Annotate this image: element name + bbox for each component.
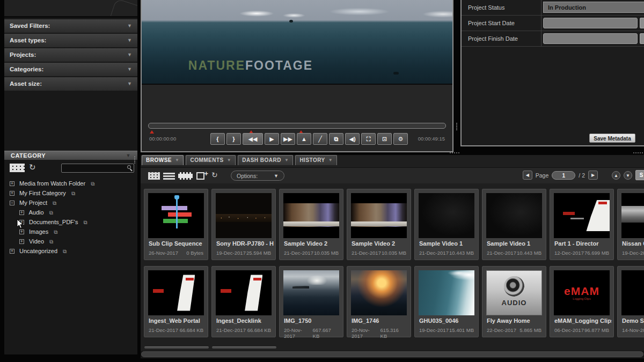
next-page-button[interactable]: ▶ bbox=[588, 171, 598, 180]
tree-item-my-project[interactable]: − My Project ⧉ bbox=[10, 198, 136, 208]
asset-thumbnail[interactable]: AUDIO bbox=[486, 270, 542, 315]
asset-card[interactable]: Sample Video 2 21-Dec-2017 10.035 MB bbox=[279, 189, 343, 260]
scroll-up-button[interactable]: ▲ bbox=[612, 171, 620, 180]
asset-thumbnail[interactable] bbox=[216, 193, 272, 238]
filmstrip-view-icon[interactable] bbox=[178, 172, 193, 180]
asset-thumbnail[interactable]: eMAMLogging Clips bbox=[554, 270, 610, 315]
list-view-icon[interactable] bbox=[163, 172, 175, 180]
project-start-date-input[interactable] bbox=[543, 18, 638, 28]
tree-item-audio[interactable]: + Audio ⧉ bbox=[10, 208, 136, 217]
sort-button-clipped[interactable]: S bbox=[635, 170, 644, 180]
play-button[interactable]: ▶ bbox=[265, 133, 279, 145]
asset-thumbnail[interactable] bbox=[283, 270, 339, 315]
splitter-handle[interactable] bbox=[633, 152, 643, 153]
copy-icon[interactable]: ⧉ bbox=[49, 210, 53, 216]
tab-dash-board[interactable]: DASH BOARD ▼ bbox=[238, 155, 293, 165]
asset-thumbnail[interactable] bbox=[419, 270, 474, 315]
asset-card[interactable]: Sample Video 1 21-Dec-2017 10.443 MB bbox=[482, 189, 546, 260]
scrollbar-thumb[interactable] bbox=[141, 351, 643, 357]
asset-card[interactable]: Part 1 - Director 12-Dec-2017 76.699 MB bbox=[550, 189, 614, 260]
export-frame-button[interactable]: ⧉ bbox=[329, 133, 343, 145]
picture-in-picture-button[interactable]: ⊡ bbox=[377, 133, 392, 145]
splitter-handle[interactable] bbox=[456, 122, 457, 131]
tree-item-video[interactable]: + Video ⧉ bbox=[10, 237, 136, 246]
horizontal-scrollbar[interactable] bbox=[141, 351, 644, 358]
expand-icon[interactable]: + bbox=[10, 249, 14, 254]
asset-thumbnail[interactable] bbox=[216, 270, 272, 315]
asset-thumbnail[interactable] bbox=[554, 193, 610, 238]
copy-icon[interactable]: ⧉ bbox=[49, 239, 53, 245]
asset-card[interactable]: IMG_1750 20-Nov-2017 667.667 KB bbox=[279, 266, 343, 337]
filter-asset-types[interactable]: Asset types: ▼ bbox=[4, 34, 137, 47]
page-number-input[interactable]: 1 bbox=[552, 171, 575, 180]
tab-browse[interactable]: BROWSE ▼ bbox=[142, 155, 184, 165]
tree-item-my-first-category[interactable]: + My First Category ⧉ bbox=[10, 188, 136, 198]
filter-categories[interactable]: Categories: ▼ bbox=[4, 63, 137, 76]
collapse-icon[interactable]: − bbox=[10, 201, 14, 205]
asset-thumbnail[interactable] bbox=[283, 193, 339, 238]
sidebar-resize-handle[interactable] bbox=[134, 156, 135, 164]
tab-history[interactable]: HISTORY ▼ bbox=[295, 155, 337, 165]
copy-icon[interactable]: ⧉ bbox=[54, 229, 57, 235]
asset-thumbnail[interactable] bbox=[486, 193, 542, 238]
options-dropdown[interactable]: Options: ▼ bbox=[231, 171, 284, 181]
scroll-down-button[interactable]: ▼ bbox=[624, 171, 632, 180]
asset-card[interactable]: IMG_1746 20-Nov-2017 615.316 KB bbox=[347, 266, 411, 337]
asset-thumbnail[interactable] bbox=[621, 270, 644, 315]
asset-card[interactable]: Sony HDR-PJ780 - HDR- 19-Dec-2017 25.594… bbox=[211, 189, 276, 260]
settings-button[interactable]: ⚙ bbox=[393, 133, 408, 145]
video-viewport[interactable]: NATUREFOOTAGE bbox=[142, 0, 452, 85]
expand-icon[interactable]: + bbox=[19, 239, 24, 244]
category-search-input[interactable] bbox=[61, 164, 134, 173]
filter-asset-size[interactable]: Asset size: ▼ bbox=[4, 77, 137, 91]
tree-item-media-from-watch-folder[interactable]: + Media from Watch Folder ⧉ bbox=[10, 179, 136, 188]
rewind-button[interactable]: ◀◀ bbox=[243, 133, 263, 145]
project-finish-date-input[interactable] bbox=[543, 33, 638, 44]
asset-card[interactable]: Sub Clip Sequence 26-Nov-2017 0 Bytes bbox=[144, 189, 208, 260]
expand-icon[interactable]: + bbox=[19, 230, 24, 234]
add-clip-icon[interactable]: + bbox=[196, 172, 204, 180]
asset-thumbnail[interactable] bbox=[148, 270, 204, 315]
tree-item-images[interactable]: + Images ⧉ bbox=[10, 227, 136, 237]
tree-item-documents-pdf-s[interactable]: + Documents_PDF's ⧉ bbox=[10, 217, 136, 227]
asset-card[interactable]: NISS Nissan G 19-Dec-2017 bbox=[617, 189, 644, 260]
asset-card[interactable]: Ingest_Decklink 21-Dec-2017 66.684 KB bbox=[211, 266, 276, 337]
asset-thumbnail[interactable] bbox=[419, 193, 474, 238]
prev-page-button[interactable]: ◀ bbox=[523, 171, 532, 180]
copy-icon[interactable]: ⧉ bbox=[63, 248, 67, 254]
expand-icon[interactable]: + bbox=[10, 191, 14, 196]
asset-card[interactable]: Demo Se 14-Nov-2017 bbox=[617, 266, 644, 337]
tab-comments[interactable]: COMMENTS ▼ bbox=[186, 155, 236, 165]
splitter-handle[interactable] bbox=[450, 152, 459, 153]
filter-saved-filters[interactable]: Saved Filters: ▼ bbox=[4, 19, 137, 33]
copy-icon[interactable]: ⧉ bbox=[83, 219, 87, 225]
asset-thumbnail[interactable] bbox=[351, 193, 407, 238]
asset-card[interactable]: AUDIO Fly Away Home 22-Dec-2017 5.865 MB bbox=[482, 266, 546, 337]
asset-card[interactable]: eMAMLogging Clips eMAM_Logging Clips 06-… bbox=[550, 266, 614, 337]
search-icon[interactable] bbox=[127, 165, 131, 169]
expand-icon[interactable]: + bbox=[10, 181, 14, 186]
asset-card[interactable]: Sample Video 1 21-Dec-2017 10.443 MB bbox=[414, 189, 479, 260]
fullscreen-button[interactable]: ⛶ bbox=[361, 133, 376, 145]
asset-card[interactable]: GHU035_0046 19-Dec-2017 15.401 MB bbox=[414, 266, 479, 337]
copy-icon[interactable]: ⧉ bbox=[71, 190, 75, 196]
calendar-picker-button[interactable] bbox=[640, 18, 644, 28]
asset-thumbnail[interactable] bbox=[351, 270, 407, 315]
asset-thumbnail[interactable]: NISS bbox=[621, 193, 644, 238]
asset-thumbnail[interactable] bbox=[148, 193, 204, 238]
asset-card[interactable]: Sample Video 2 21-Dec-2017 10.035 MB bbox=[347, 189, 411, 260]
asset-card[interactable]: Ingest_Web Portal 21-Dec-2017 66.684 KB bbox=[144, 266, 208, 337]
filter-projects[interactable]: Projects: ▼ bbox=[4, 48, 137, 62]
annotate-button[interactable]: ╱ bbox=[313, 133, 327, 145]
category-grid-view-icon[interactable] bbox=[10, 164, 25, 172]
add-marker-button[interactable]: ▲ bbox=[297, 133, 311, 145]
copy-icon[interactable]: ⧉ bbox=[91, 181, 94, 187]
project-status-field[interactable]: In Production bbox=[543, 2, 644, 13]
grid-view-icon[interactable] bbox=[148, 172, 160, 180]
expand-icon[interactable]: + bbox=[19, 210, 24, 215]
volume-button[interactable]: ◀) bbox=[345, 133, 360, 145]
category-panel-header[interactable]: CATEGORY ▼ bbox=[4, 151, 137, 160]
tree-item-uncategorized[interactable]: + Uncategorized ⧉ bbox=[10, 246, 136, 256]
category-refresh-icon[interactable]: ↻ bbox=[29, 162, 36, 172]
mark-in-button[interactable]: { bbox=[210, 133, 225, 145]
